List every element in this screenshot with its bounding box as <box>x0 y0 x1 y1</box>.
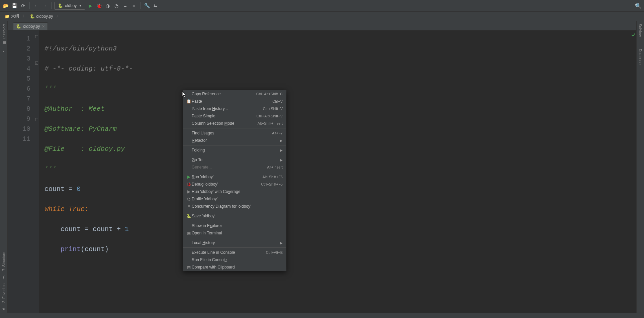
context-menu-item-label: Paste from History... <box>192 106 263 111</box>
context-menu-item[interactable]: Go To▶ <box>183 156 286 164</box>
context-menu-shortcut: Ctrl+Alt+Shift+C <box>256 92 283 96</box>
code-text: # -*- coding: utf-8-*- <box>44 65 133 73</box>
context-menu-item-label: Compare with Clipboard <box>192 265 283 270</box>
context-menu-shortcut: Ctrl+Shift+F5 <box>261 182 283 186</box>
forward-icon[interactable]: → <box>41 2 49 9</box>
sidebar-sciview[interactable]: SciView <box>638 21 642 39</box>
context-menu-item[interactable]: Refactor▶ <box>183 137 286 144</box>
context-menu-item[interactable]: Folding▶ <box>183 146 286 154</box>
context-menu-item[interactable]: ▶Run 'oldboy'Alt+Shift+F6 <box>183 173 286 181</box>
search-icon[interactable]: 🔍 <box>635 2 642 9</box>
attach-icon[interactable]: ⇆ <box>152 2 159 9</box>
chevron-down-icon: ▼ <box>79 4 82 7</box>
context-menu-item[interactable]: ▶Run 'oldboy' with Coverage <box>183 188 286 195</box>
concurrency-icon[interactable]: ≡ <box>121 2 129 9</box>
context-menu-item[interactable]: ◔Profile 'oldboy' <box>183 195 286 203</box>
crumb-file-label: oldboy.py <box>36 14 53 19</box>
context-menu-item-label: Execute Line in Console <box>192 250 266 255</box>
context-menu-item-label: Paste Simple <box>192 114 256 118</box>
context-menu-item[interactable]: 📋PasteCtrl+V <box>183 98 286 105</box>
save-icon[interactable]: 💾 <box>11 2 18 9</box>
context-menu-item[interactable]: Show in Explorer <box>183 222 286 229</box>
python-file-icon: 🐍 <box>30 14 35 19</box>
code-text: 0 <box>77 185 81 193</box>
fn-small-icon[interactable]: ƒ <box>3 275 5 280</box>
context-menu-item[interactable]: Execute Line in ConsoleCtrl+Alt+E <box>183 249 286 256</box>
submenu-arrow-icon: ▶ <box>280 139 283 142</box>
line-number: 3 <box>8 54 30 64</box>
context-menu-item-label: Run 'oldboy' with Coverage <box>192 189 283 194</box>
back-icon[interactable]: ← <box>32 2 40 9</box>
context-menu-separator <box>183 247 286 248</box>
code-text: 1 <box>125 225 129 233</box>
code-text: @Author : Meet <box>44 105 105 113</box>
context-menu-item-label: Run 'oldboy' <box>192 175 262 179</box>
fold-toggle[interactable]: - <box>35 62 38 65</box>
context-menu-item[interactable]: ≡Concurrency Diagram for 'oldboy' <box>183 203 286 210</box>
context-menu-item[interactable]: Run File in Console <box>183 256 286 263</box>
profile-icon[interactable]: ◔ <box>113 2 120 9</box>
coverage-icon[interactable]: ◑ <box>104 2 111 9</box>
folder-icon: 📁 <box>5 14 10 19</box>
context-menu-item[interactable]: ⬒Compare with Clipboard <box>183 263 286 271</box>
star-icon[interactable]: ★ <box>2 307 6 311</box>
sync-icon[interactable]: ⟳ <box>19 2 27 9</box>
context-menu-item[interactable]: Paste from History...Ctrl+Shift+V <box>183 105 286 112</box>
context-menu-item[interactable]: ▣Open in Terminal <box>183 229 286 237</box>
open-icon[interactable]: 📂 <box>2 2 9 9</box>
crumb-folder[interactable]: 📁 大纲 <box>3 13 21 20</box>
context-menu-item-label: Copy Reference <box>192 92 256 96</box>
folder-small-icon[interactable]: ▪ <box>3 49 4 54</box>
stop-icon[interactable]: ■ <box>130 2 137 9</box>
context-menu-item[interactable]: 🐞Debug 'oldboy'Ctrl+Shift+F5 <box>183 181 286 188</box>
debug-icon[interactable]: 🐞 <box>95 2 103 9</box>
context-menu-shortcut: Alt+F7 <box>272 131 283 135</box>
context-menu-item[interactable]: Copy ReferenceCtrl+Alt+Shift+C <box>183 90 286 98</box>
tab-oldboy[interactable]: 🐍 oldboy.py ✕ <box>13 22 48 30</box>
code-text: count = count + <box>44 225 125 233</box>
context-menu-item-label: Generate... <box>192 165 267 170</box>
code-text: = <box>69 185 77 193</box>
context-menu-item-label: Go To <box>192 157 280 162</box>
context-menu-separator <box>183 211 286 211</box>
context-menu-item[interactable]: Local History▶ <box>183 239 286 246</box>
line-number: 5 <box>8 74 30 84</box>
context-menu-separator <box>183 172 286 172</box>
sidebar-structure[interactable]: 7: Structure <box>2 249 6 274</box>
crumb-sep-icon: 〉 <box>56 13 60 19</box>
fold-toggle[interactable]: - <box>35 118 38 121</box>
context-menu-item-label: Show in Explorer <box>192 223 283 228</box>
context-menu-item[interactable]: Find UsagesAlt+F7 <box>183 129 286 137</box>
wrench-icon[interactable]: 🔧 <box>143 2 151 9</box>
run-icon[interactable]: ▶ <box>87 2 94 9</box>
sidebar-database[interactable]: Database <box>638 46 642 67</box>
context-menu-item: Generate...Alt+Insert <box>183 164 286 171</box>
context-menu-item-icon: ◔ <box>186 197 192 201</box>
run-config-selector[interactable]: 🐍 oldboy ▼ <box>54 2 85 10</box>
context-menu-shortcut: Ctrl+Alt+Shift+V <box>256 114 283 118</box>
context-menu-item-label: Column Selection Mode <box>192 121 258 126</box>
context-menu-item[interactable]: Column Selection ModeAlt+Shift+Insert <box>183 120 286 127</box>
fold-column: - - - <box>34 30 39 313</box>
crumb-file[interactable]: 🐍 oldboy.py <box>28 13 55 19</box>
context-menu-shortcut: Alt+Shift+Insert <box>258 121 283 125</box>
context-menu-item[interactable]: 🐍Save 'oldboy' <box>183 212 286 220</box>
code-editor[interactable]: 1 2 3 4 5 6 7 8 9 10 11 - - - #!/usr/bin… <box>8 30 636 313</box>
context-menu[interactable]: Copy ReferenceCtrl+Alt+Shift+C📋PasteCtrl… <box>183 90 286 271</box>
code-text: while <box>44 205 69 213</box>
context-menu-item-label: Save 'oldboy' <box>192 214 283 218</box>
context-menu-shortcut: Ctrl+Alt+E <box>266 250 283 254</box>
context-menu-item-icon: 🐞 <box>186 182 192 187</box>
close-icon[interactable]: ✕ <box>42 24 45 29</box>
code-text: True <box>69 205 85 213</box>
context-menu-separator <box>183 221 286 221</box>
sidebar-project[interactable]: ▦ 1: Project <box>2 21 6 47</box>
fold-toggle[interactable]: - <box>35 35 38 38</box>
line-number: 8 <box>8 104 30 114</box>
sidebar-favorites[interactable]: 2: Favorites <box>2 281 6 305</box>
code-area[interactable]: #!/usr/bin/python3 # -*- coding: utf-8-*… <box>39 30 636 313</box>
context-menu-item-label: Debug 'oldboy' <box>192 182 261 187</box>
sidebar-database-label: Database <box>638 49 642 65</box>
line-number: 9 <box>8 114 30 124</box>
context-menu-item[interactable]: Paste SimpleCtrl+Alt+Shift+V <box>183 112 286 120</box>
